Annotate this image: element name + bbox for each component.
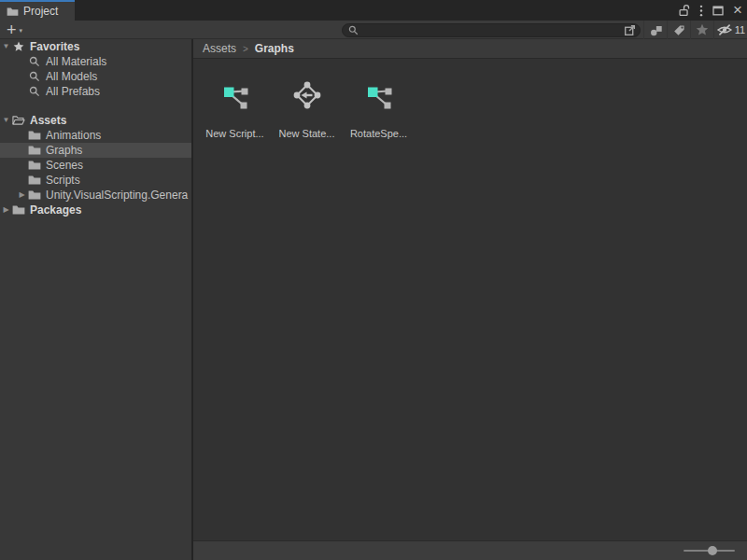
star-icon	[696, 23, 709, 36]
asset-label: New Script...	[205, 128, 263, 139]
project-toolbar: + ▾ 11	[0, 21, 747, 39]
search-icon	[28, 85, 41, 98]
tree-section-gap	[0, 99, 191, 113]
maximize-icon[interactable]	[712, 6, 724, 16]
asset-item-new-state[interactable]: New State...	[271, 80, 343, 139]
tab-project[interactable]: Project	[0, 0, 75, 21]
asset-item-rotatespeed[interactable]: RotateSpe...	[343, 80, 415, 139]
foldout-expanded-icon[interactable]: ▼	[0, 39, 12, 54]
folder-icon	[28, 159, 41, 172]
script-graph-icon	[364, 80, 394, 110]
sidebar-item-packages[interactable]: ▶ Packages	[0, 203, 191, 217]
status-bar	[193, 540, 747, 560]
asset-panel: Assets > Graphs New Script... New State.…	[193, 39, 747, 560]
sidebar-item-scenes[interactable]: Scenes	[0, 158, 191, 173]
sidebar-item-all-materials[interactable]: All Materials	[0, 54, 191, 69]
search-by-type-icon	[649, 23, 663, 37]
breadcrumb-assets[interactable]: Assets	[203, 42, 236, 55]
project-content: ▼ Favorites All Materials All Models All…	[0, 39, 747, 560]
folder-icon	[28, 144, 41, 157]
asset-label: RotateSpe...	[350, 128, 407, 139]
script-graph-icon	[220, 80, 250, 110]
window-controls: ×	[679, 0, 742, 21]
folder-open-icon	[12, 114, 25, 127]
search-input[interactable]	[359, 25, 623, 36]
sidebar-item-assets[interactable]: ▼ Assets	[0, 113, 191, 128]
saved-searches-button[interactable]	[690, 21, 713, 39]
folder-icon	[12, 203, 25, 217]
sidebar-item-all-prefabs[interactable]: All Prefabs	[0, 84, 191, 99]
slider-thumb[interactable]	[708, 546, 717, 555]
sidebar-item-scripts[interactable]: Scripts	[0, 173, 191, 188]
search-filter-buttons: 11	[643, 21, 747, 39]
project-tree-sidebar: ▼ Favorites All Materials All Models All…	[0, 39, 193, 560]
chevron-down-icon: ▾	[20, 27, 23, 35]
window-tab-bar: Project ×	[0, 0, 747, 21]
eye-slash-icon	[716, 23, 733, 36]
sidebar-item-animations[interactable]: Animations	[0, 128, 191, 143]
create-asset-button[interactable]: + ▾	[0, 21, 27, 39]
window-menu-icon[interactable]	[699, 5, 703, 17]
close-icon[interactable]: ×	[733, 2, 742, 18]
hidden-count-label: 11	[735, 24, 745, 35]
state-graph-icon	[292, 80, 322, 110]
foldout-collapsed-icon[interactable]: ▶	[0, 203, 12, 217]
foldout-expanded-icon[interactable]: ▼	[0, 113, 12, 128]
tab-project-label: Project	[23, 5, 58, 18]
folder-icon	[28, 174, 41, 187]
hidden-count-button[interactable]: 11	[713, 21, 747, 39]
sidebar-item-unity-visualscripting[interactable]: ▶ Unity.VisualScripting.Genera	[0, 188, 191, 203]
open-search-window-icon[interactable]	[623, 23, 637, 37]
search-field[interactable]	[342, 23, 641, 37]
icon-size-slider[interactable]	[684, 550, 735, 552]
asset-grid: New Script... New State... RotateSpe...	[193, 59, 747, 139]
sidebar-item-all-models[interactable]: All Models	[0, 69, 191, 84]
breadcrumb: Assets > Graphs	[193, 39, 747, 59]
search-by-label-button[interactable]	[667, 21, 690, 39]
foldout-collapsed-icon[interactable]: ▶	[16, 188, 28, 203]
asset-item-new-script[interactable]: New Script...	[199, 80, 271, 139]
sidebar-item-favorites[interactable]: ▼ Favorites	[0, 39, 191, 54]
folder-icon	[28, 129, 41, 142]
search-icon	[28, 70, 41, 83]
search-icon	[28, 55, 41, 68]
tag-icon	[672, 23, 686, 37]
breadcrumb-graphs[interactable]: Graphs	[255, 42, 294, 55]
unlock-icon[interactable]	[679, 4, 690, 17]
search-by-type-button[interactable]	[643, 21, 667, 39]
search-icon	[348, 25, 359, 35]
asset-label: New State...	[279, 128, 335, 139]
star-icon	[12, 40, 25, 53]
folder-icon	[7, 7, 19, 17]
folder-icon	[28, 189, 41, 202]
sidebar-item-graphs[interactable]: Graphs	[0, 143, 191, 158]
plus-icon: +	[7, 22, 17, 37]
breadcrumb-separator-icon: >	[243, 44, 248, 54]
